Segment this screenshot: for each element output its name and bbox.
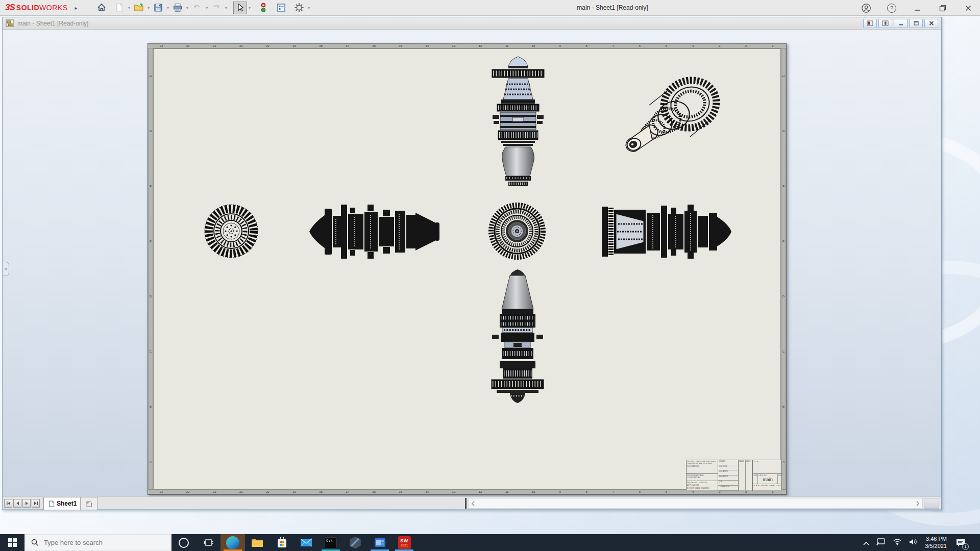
pane-splitter-handle[interactable] (465, 498, 467, 509)
print-dropdown[interactable]: ▾ (185, 6, 190, 10)
sheet-tab-sheet1[interactable]: Sheet1 (43, 497, 82, 510)
new-document-button[interactable] (113, 2, 127, 14)
help-button[interactable]: ? (885, 2, 898, 15)
save-dropdown[interactable]: ▾ (165, 6, 171, 10)
help-icon: ? (887, 4, 896, 13)
account-button[interactable] (860, 2, 873, 15)
file-explorer-button[interactable] (245, 534, 270, 551)
taskbar-clock[interactable]: 3:46 PM 3/5/2021 (925, 536, 947, 550)
store-button[interactable] (270, 534, 294, 551)
scroll-right-arrow[interactable] (913, 498, 922, 508)
volume-button[interactable] (909, 538, 918, 547)
drawing-view-left-fan[interactable] (202, 202, 260, 260)
zone-number: 2 (733, 44, 760, 48)
rebuild-traffic-light-icon (260, 3, 266, 13)
drawing-sheet[interactable]: 242322212019181716151413121110987654321 … (148, 43, 787, 495)
zone-strip-top: 242322212019181716151413121110987654321 (148, 43, 786, 48)
options-dropdown[interactable]: ▾ (306, 6, 312, 10)
close-button[interactable] (962, 2, 975, 15)
open-dropdown[interactable]: ▾ (146, 6, 152, 10)
search-icon (31, 539, 39, 546)
drawing-view-side-right[interactable] (600, 204, 732, 260)
print-button[interactable] (171, 2, 185, 14)
next-sheet-button[interactable] (22, 499, 31, 508)
redo-button[interactable] (210, 2, 224, 14)
zone-number: 15 (387, 44, 414, 48)
drawing-document-icon (6, 19, 14, 27)
zone-number: 22 (201, 490, 228, 494)
home-button[interactable] (95, 2, 109, 14)
undo-button[interactable] (190, 2, 204, 14)
open-button[interactable] (132, 2, 146, 14)
zone-number: 6 (626, 44, 653, 48)
document-titlebar[interactable]: main - Sheet1 [Read-only] (3, 17, 941, 30)
file-properties-button[interactable] (275, 2, 288, 14)
solidworks-2021-button[interactable]: SW 2021 (392, 534, 416, 551)
wifi-button[interactable] (893, 538, 902, 547)
minimize-button[interactable] (911, 2, 924, 15)
action-center-button[interactable]: 1 (954, 536, 967, 549)
title-block-name-date: NAME DATE (739, 460, 753, 491)
edrawings-button[interactable] (343, 534, 368, 551)
doc-minimize-button[interactable] (894, 19, 908, 28)
select-cursor-icon (235, 3, 244, 13)
select-tool-button[interactable] (233, 2, 247, 14)
restore-button[interactable] (936, 2, 949, 15)
zone-number: 8 (573, 44, 600, 48)
rebuild-button[interactable] (257, 2, 271, 14)
zone-number: 12 (467, 44, 494, 48)
doc-restore-button[interactable] (909, 19, 923, 28)
taskbar-search[interactable] (24, 534, 172, 551)
scrollbar-track[interactable] (478, 498, 913, 508)
redo-dropdown[interactable]: ▾ (224, 6, 229, 10)
title-block-proprietary: PROPRIETARY AND CONFIDENTIAL (687, 473, 718, 481)
prev-sheet-button[interactable] (13, 499, 21, 508)
clock-date: 3/5/2021 (925, 543, 947, 550)
new-document-dropdown[interactable]: ▾ (127, 6, 132, 10)
drawing-view-isometric[interactable] (614, 72, 723, 160)
cast-button[interactable] (876, 538, 886, 547)
edge-icon (226, 536, 239, 549)
start-button[interactable] (0, 534, 24, 551)
task-view-button[interactable] (196, 534, 220, 551)
zone-letter: G (149, 104, 153, 159)
drawing-view-bottom[interactable] (489, 269, 546, 404)
zone-number: 14 (414, 44, 440, 48)
horizontal-scrollbar[interactable] (468, 498, 923, 509)
doc-close-button[interactable] (924, 19, 938, 28)
approval-row: COMMENTS: (718, 486, 738, 491)
first-sheet-button[interactable] (4, 499, 12, 508)
zone-letter: C (781, 324, 786, 379)
options-button[interactable] (292, 2, 306, 14)
zone-number: 5 (653, 44, 679, 48)
zone-number: 1 (760, 44, 786, 48)
photos-button[interactable] (368, 534, 392, 551)
title-block-size-row: SIZE DWG. NO. main REV (753, 473, 782, 484)
doc-close-icon (928, 20, 935, 26)
mail-button[interactable] (294, 534, 318, 551)
edge-button[interactable] (220, 534, 245, 551)
scroll-left-arrow[interactable] (469, 498, 478, 508)
last-sheet-button[interactable] (32, 499, 40, 508)
add-sheet-tab[interactable] (80, 497, 97, 510)
panel-collapse-tab[interactable] (3, 262, 9, 276)
tile-left-button[interactable] (863, 19, 877, 28)
zone-number: 18 (307, 44, 334, 48)
tray-chevron-button[interactable] (863, 538, 869, 547)
drawing-viewport[interactable]: 242322212019181716151413121110987654321 … (3, 30, 941, 496)
select-tool-dropdown[interactable]: ▾ (247, 6, 253, 10)
tile-right-button[interactable] (878, 19, 892, 28)
drawing-view-side-left[interactable] (307, 204, 442, 260)
drawing-view-top[interactable] (490, 56, 546, 187)
zone-number: 10 (520, 490, 547, 494)
brand-bold: SOLID (16, 4, 39, 12)
undo-dropdown[interactable]: ▾ (204, 6, 210, 10)
toolbar-flyout-arrow[interactable]: ▸ (75, 5, 77, 11)
cortana-icon (179, 538, 189, 548)
command-prompt-button[interactable]: C:\ (318, 534, 343, 551)
save-button[interactable] (152, 2, 165, 14)
zone-letter: A (149, 434, 153, 489)
cortana-button[interactable] (172, 534, 196, 551)
search-input[interactable] (44, 539, 156, 546)
drawing-view-front[interactable] (488, 202, 546, 260)
